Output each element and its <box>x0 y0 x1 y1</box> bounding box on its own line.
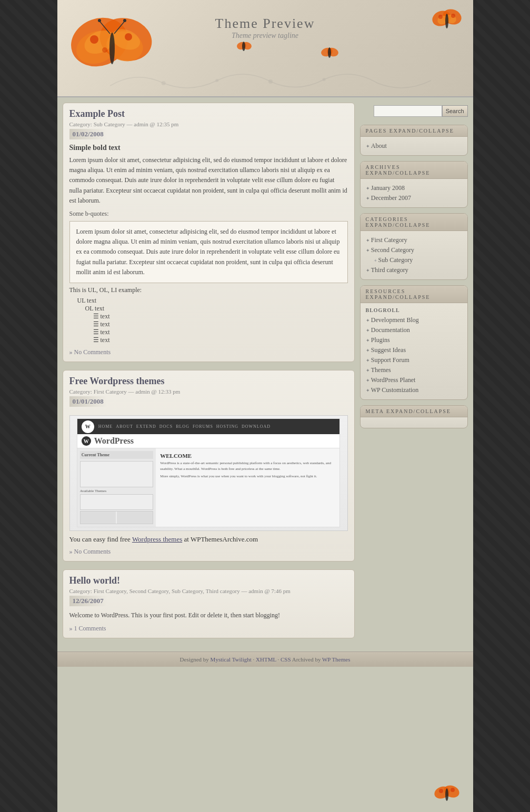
svg-point-7 <box>125 33 132 41</box>
butterfly-footer-icon <box>434 782 460 807</box>
svg-point-19 <box>328 47 331 58</box>
wp-nav: HOME ABOUT EXTEND DOCS BLOG FORUMS HOSTI… <box>98 424 271 429</box>
post-1-no-comments: » No Comments <box>69 348 348 356</box>
sidebar: Search PAGES EXPAND/COLLAPSE About ARCHI… <box>360 103 468 646</box>
post-2-meta: Category: First Category — admin @ 12:33… <box>69 388 348 395</box>
svg-point-30 <box>322 78 325 81</box>
footer-css-link[interactable]: CSS <box>281 656 291 663</box>
list-item: January 2008 <box>366 183 462 193</box>
footer-sep2: · <box>277 656 279 663</box>
pages-about-link[interactable]: About <box>371 142 387 149</box>
resources-list: Development Blog Documentation Plugins S… <box>366 315 462 395</box>
butterfly-center2-icon <box>321 45 339 62</box>
post-1: Example Post Category: Sub Category — ad… <box>63 103 355 362</box>
post-3-title: Hello world! <box>69 575 348 586</box>
cat-third-link[interactable]: Third category <box>371 266 408 274</box>
pages-list: About <box>366 141 462 151</box>
resource-wp-custom-link[interactable]: WP Customization <box>371 386 419 394</box>
list-item: WP Customization <box>366 385 462 395</box>
meta-widget-title: META EXPAND/COLLAPSE <box>361 406 467 417</box>
svg-point-8 <box>102 47 107 53</box>
svg-point-9 <box>109 33 115 64</box>
svg-point-33 <box>439 789 443 793</box>
post-1-li-4: ☰ text <box>93 336 348 344</box>
post-1-ol-item: OL text <box>85 305 348 313</box>
resource-forum-link[interactable]: Support Forum <box>371 356 409 364</box>
svg-point-27 <box>161 81 165 85</box>
archive-dec-link[interactable]: December 2007 <box>371 194 411 202</box>
resource-plugins-link[interactable]: Plugins <box>371 336 390 344</box>
resources-widget: RESOURCES EXPAND/COLLAPSE BLOGROLL Devel… <box>360 285 468 400</box>
content-area: Example Post Category: Sub Category — ad… <box>57 97 473 651</box>
list-item: Documentation <box>366 325 462 335</box>
post-2: Free Wordpress themes Category: First Ca… <box>63 370 355 562</box>
archives-list: January 2008 December 2007 <box>366 183 462 203</box>
footer-wp-themes-link[interactable]: WP Themes <box>322 656 350 663</box>
list-item: Third category <box>366 265 462 275</box>
list-item: Plugins <box>366 335 462 345</box>
archives-widget-title: ARCHIVES EXPAND/COLLAPSE <box>361 162 467 179</box>
search-input[interactable] <box>374 105 442 117</box>
post-1-body: Simple bold text Lorem ipsum dolor sit a… <box>69 144 348 344</box>
footer-xhtml-link[interactable]: XHTML <box>256 656 276 663</box>
page-wrapper: Theme Preview Theme preview tagline Exam… <box>57 0 473 812</box>
svg-point-25 <box>451 14 455 18</box>
wordpress-themes-link[interactable]: Wordpress themes <box>132 535 182 543</box>
butterfly-right-icon <box>431 5 463 37</box>
site-footer: Designed by Mystical Twilight · XHTML · … <box>57 651 473 667</box>
post-1-meta: Category: Sub Category — admin @ 12:35 p… <box>69 121 348 127</box>
list-item: Themes <box>366 365 462 375</box>
butterfly-center-icon <box>236 39 252 55</box>
post-2-body: You can easy find free Wordpress themes … <box>69 535 348 544</box>
archives-widget: ARCHIVES EXPAND/COLLAPSE January 2008 De… <box>360 161 468 208</box>
footer-theme-link[interactable]: Mystical Twilight <box>211 656 252 663</box>
post-2-no-comments: » No Comments <box>69 548 348 556</box>
footer-archived-by: Archived by <box>292 656 321 663</box>
list-item: Support Forum <box>366 355 462 365</box>
svg-point-11 <box>98 19 101 22</box>
post-1-ul-item: UL text <box>77 297 348 305</box>
post-3-no-comments: » 1 Comments <box>69 625 348 633</box>
categories-widget-content: First Category Second Category Sub Categ… <box>361 231 467 279</box>
cat-first-link[interactable]: First Category <box>371 236 407 244</box>
resource-docs-link[interactable]: Documentation <box>371 326 410 334</box>
search-box: Search <box>360 103 468 119</box>
cat-sub-link[interactable]: Sub Category <box>378 256 413 264</box>
resource-devblog-link[interactable]: Development Blog <box>371 316 419 324</box>
post-1-blockquote: Lorem ipsum dolor sit amet, consectetur … <box>69 221 348 283</box>
post-2-date: 01/01/2008 <box>69 396 107 407</box>
post-1-paragraph: Lorem ipsum dolor sit amet, consectetur … <box>69 155 348 206</box>
svg-point-28 <box>215 79 218 82</box>
list-item: WordPress Planet <box>366 375 462 385</box>
post-3: Hello world! Category: First Category, S… <box>63 569 355 638</box>
resource-suggest-link[interactable]: Suggest Ideas <box>371 346 406 354</box>
post-1-li-1: ☰ text <box>93 313 348 320</box>
svg-point-16 <box>242 42 245 51</box>
resources-widget-content: BLOGROLL Development Blog Documentation … <box>361 303 467 399</box>
list-item: First Category <box>366 235 462 245</box>
post-3-meta: Category: First Category, Second Categor… <box>69 588 348 594</box>
list-item: Suggest Ideas <box>366 345 462 355</box>
footer-designed-by: Designed by <box>180 656 209 663</box>
post-1-subtitle: Simple bold text <box>69 144 348 152</box>
svg-point-35 <box>445 788 448 801</box>
resource-wp-planet-link[interactable]: WordPress Planet <box>371 376 416 384</box>
cat-second-link[interactable]: Second Category <box>371 246 414 254</box>
archives-widget-content: January 2008 December 2007 <box>361 179 467 207</box>
meta-widget-content <box>361 417 467 428</box>
meta-widget: META EXPAND/COLLAPSE <box>360 405 468 428</box>
list-item: Sub Category <box>366 255 462 265</box>
resources-widget-title: RESOURCES EXPAND/COLLAPSE <box>361 286 467 303</box>
resource-themes-link[interactable]: Themes <box>371 366 391 374</box>
wp-main-preview: WELCOME WordPress is a state-of-the-art … <box>156 448 339 527</box>
blogroll-label: BLOGROLL <box>366 307 462 313</box>
post-3-body: Welcome to WordPress. This is your first… <box>69 610 348 620</box>
wordpress-screenshot: W HOME ABOUT EXTEND DOCS BLOG FORUMS HOS… <box>69 415 348 531</box>
pages-widget: PAGES EXPAND/COLLAPSE About <box>360 125 468 156</box>
archive-jan-link[interactable]: January 2008 <box>371 184 405 192</box>
post-1-li-3: ☰ text <box>93 328 348 336</box>
search-button[interactable]: Search <box>442 105 468 117</box>
main-content: Example Post Category: Sub Category — ad… <box>63 103 360 646</box>
post-3-paragraph: Welcome to WordPress. This is your first… <box>69 610 348 620</box>
categories-widget: CATEGORIES EXPAND/COLLAPSE First Categor… <box>360 213 468 280</box>
